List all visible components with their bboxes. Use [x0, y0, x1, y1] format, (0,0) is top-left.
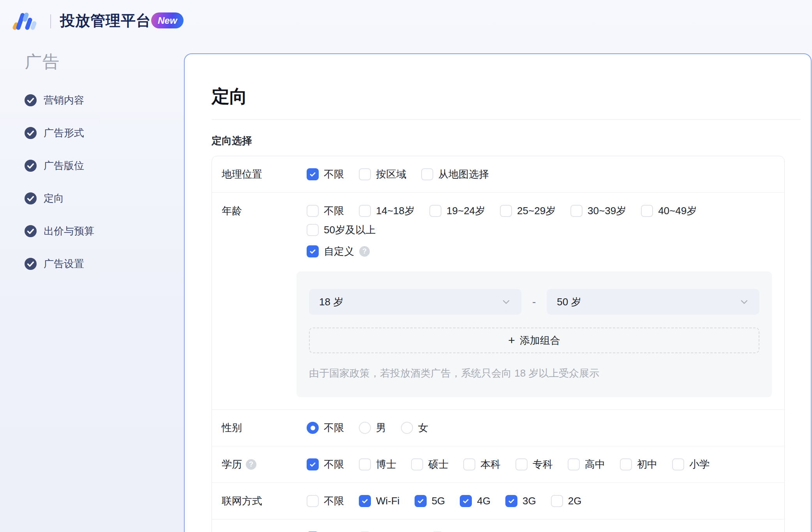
sidebar-item-label: 出价与预算 — [44, 224, 94, 238]
checkbox-checked[interactable] — [359, 495, 371, 507]
education-options: 不限博士硕士本科专科高中初中小学 — [307, 458, 775, 470]
option-label: 40~49岁 — [658, 205, 697, 217]
checkbox-unchecked[interactable] — [463, 458, 475, 470]
sidebar-item-ad-settings[interactable]: 广告设置 — [25, 257, 94, 271]
checkbox-option[interactable]: 2G — [551, 495, 582, 507]
checkbox-option[interactable]: 5G — [415, 495, 445, 507]
checkbox-unchecked[interactable] — [568, 458, 580, 470]
add-combination-button[interactable]: + 添加组合 — [309, 328, 759, 353]
checkbox-option[interactable]: 4G — [460, 495, 491, 507]
checkbox-unchecked[interactable] — [620, 458, 632, 470]
checkbox-unchecked[interactable] — [672, 458, 684, 470]
radio-option[interactable]: 不限 — [307, 422, 344, 434]
option-label: 高中 — [585, 458, 605, 470]
checkbox-option[interactable]: 14~18岁 — [359, 205, 415, 217]
sidebar-item-targeting[interactable]: 定向 — [25, 192, 94, 205]
checkbox-option[interactable]: 不限 — [307, 495, 344, 507]
help-icon[interactable]: ? — [359, 246, 370, 257]
check-icon — [361, 497, 369, 505]
option-label: 5G — [432, 495, 445, 507]
sidebar-item-ad-placement[interactable]: 广告版位 — [25, 159, 94, 173]
option-label: 14~18岁 — [376, 205, 415, 217]
checkbox-option[interactable]: 不限 — [307, 205, 344, 217]
checkbox-unchecked[interactable] — [307, 205, 319, 217]
checkbox-option[interactable]: 自定义? — [307, 245, 370, 257]
checkbox-option[interactable]: 30~39岁 — [570, 205, 626, 217]
checkbox-option[interactable]: 小学 — [672, 458, 710, 470]
option-label: 博士 — [376, 458, 396, 470]
check-icon — [309, 171, 316, 178]
checkbox-option[interactable]: 50岁及以上 — [307, 224, 376, 236]
checkbox-unchecked[interactable] — [411, 458, 423, 470]
help-icon[interactable]: ? — [246, 459, 256, 470]
row-label-network: 联网方式 — [222, 495, 307, 507]
option-label: 2G — [568, 495, 582, 507]
checkbox-unchecked[interactable] — [515, 458, 528, 470]
checkbox-option[interactable]: 高中 — [568, 458, 605, 470]
checkbox-option[interactable]: 硕士 — [411, 458, 448, 470]
age-from-value: 18 岁 — [319, 295, 343, 309]
checkbox-unchecked[interactable] — [359, 168, 371, 180]
option-label: 不限 — [324, 495, 344, 507]
checkbox-option[interactable]: Wi-Fi — [359, 495, 400, 507]
sidebar-item-marketing-content[interactable]: 营销内容 — [25, 93, 94, 107]
checkbox-checked[interactable] — [415, 495, 427, 507]
checkbox-option[interactable]: 不限 — [307, 168, 344, 180]
age-from-select[interactable]: 18 岁 — [309, 289, 521, 315]
checkbox-unchecked[interactable] — [570, 205, 583, 217]
checkbox-unchecked[interactable] — [421, 168, 433, 180]
checkbox-checked[interactable] — [307, 245, 319, 257]
checkbox-unchecked[interactable] — [359, 458, 371, 470]
radio-unchecked[interactable] — [359, 422, 371, 434]
sidebar-item-ad-format[interactable]: 广告形式 — [25, 126, 94, 140]
option-label: 50岁及以上 — [324, 224, 376, 236]
option-label: 小学 — [689, 458, 710, 470]
checkbox-option[interactable]: 初中 — [620, 458, 657, 470]
option-label: 19~24岁 — [447, 205, 485, 217]
sidebar-item-bid-budget[interactable]: 出价与预算 — [25, 224, 94, 238]
option-label: 4G — [477, 495, 491, 507]
checkbox-option[interactable]: 从地图选择 — [421, 168, 489, 180]
step-complete-icon — [25, 160, 37, 172]
check-icon — [309, 248, 316, 255]
age-custom-option: 自定义? — [307, 245, 775, 257]
checkbox-option[interactable]: 专科 — [515, 458, 553, 470]
radio-checked[interactable] — [307, 422, 319, 434]
option-label: 硕士 — [428, 458, 448, 470]
checkbox-checked[interactable] — [307, 458, 319, 470]
radio-unchecked[interactable] — [401, 422, 413, 434]
option-label: 不限 — [324, 458, 344, 470]
checkbox-unchecked[interactable] — [307, 495, 319, 507]
checkbox-checked[interactable] — [460, 495, 472, 507]
checkbox-option[interactable]: 本科 — [463, 458, 501, 470]
option-label: 不限 — [324, 168, 344, 180]
option-label: 专科 — [533, 458, 553, 470]
checkbox-unchecked[interactable] — [641, 205, 653, 217]
checkbox-checked[interactable] — [505, 495, 517, 507]
row-label-education: 学历 ? — [222, 458, 307, 470]
option-label: 初中 — [637, 458, 657, 470]
checkbox-option[interactable]: 博士 — [359, 458, 396, 470]
checkbox-option[interactable]: 3G — [505, 495, 536, 507]
option-label: Wi-Fi — [376, 495, 400, 507]
checkbox-option[interactable]: 25~29岁 — [500, 205, 556, 217]
checkbox-option[interactable]: 40~49岁 — [641, 205, 697, 217]
checkbox-unchecked[interactable] — [359, 205, 371, 217]
network-options: 不限Wi-Fi5G4G3G2G — [307, 495, 775, 507]
form-row-network: 联网方式 不限Wi-Fi5G4G3G2G — [212, 483, 784, 519]
form-row-location: 地理位置 不限按区域从地图选择 — [212, 156, 784, 192]
checkbox-unchecked[interactable] — [429, 205, 441, 217]
radio-option[interactable]: 男 — [359, 422, 386, 434]
option-label: 女 — [418, 422, 428, 434]
title-divider — [212, 119, 800, 120]
checkbox-option[interactable]: 19~24岁 — [429, 205, 485, 217]
age-to-select[interactable]: 50 岁 — [547, 289, 759, 315]
checkbox-option[interactable]: 不限 — [307, 458, 344, 470]
checkbox-unchecked[interactable] — [500, 205, 512, 217]
checkbox-unchecked[interactable] — [307, 224, 319, 236]
check-icon — [508, 497, 515, 505]
checkbox-option[interactable]: 按区域 — [359, 168, 406, 180]
checkbox-unchecked[interactable] — [551, 495, 563, 507]
checkbox-checked[interactable] — [307, 168, 319, 180]
radio-option[interactable]: 女 — [401, 422, 428, 434]
